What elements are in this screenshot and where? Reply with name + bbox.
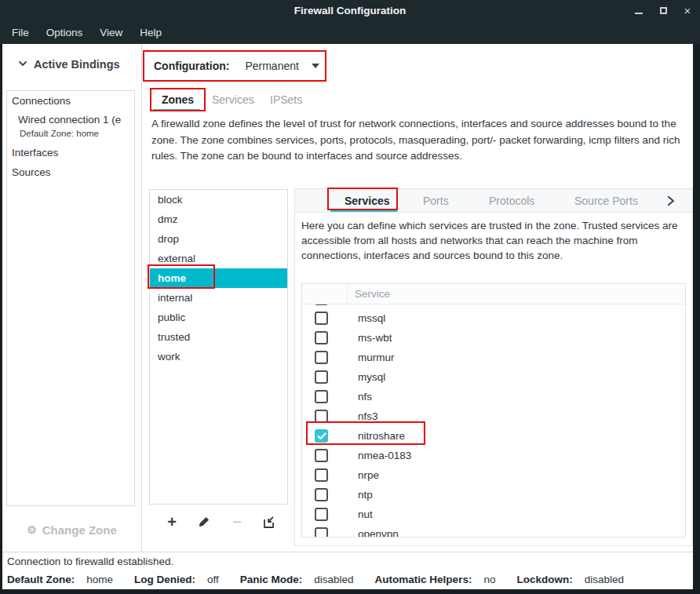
zone-row-dmz[interactable]: dmz [150, 210, 287, 229]
service-row-nut[interactable]: nut [302, 505, 685, 524]
service-row-mysql[interactable]: mysql [302, 367, 685, 387]
minimize-icon[interactable] [633, 5, 645, 17]
subtab-source-ports[interactable]: Source Ports [574, 189, 638, 213]
firewall-config-window: Firewall Configuration × File Options Vi… [0, 0, 700, 594]
active-bindings-list: Connections Wired connection 1 (e Defaul… [6, 90, 135, 506]
menu-options[interactable]: Options [38, 21, 92, 44]
service-checkbox[interactable] [315, 351, 328, 364]
status-automatic-helpers: Automatic Helpers:no [375, 574, 496, 585]
remove-zone-icon[interactable]: − [227, 512, 247, 532]
service-row-mssql[interactable]: mssql [302, 308, 685, 328]
chevron-down-icon [18, 57, 27, 71]
status-lockdown: Lockdown:disabled [516, 574, 624, 585]
zone-row-work[interactable]: work [150, 347, 287, 366]
zone-row-public[interactable]: public [150, 308, 287, 327]
tab-zones-underline [153, 109, 200, 111]
zone-settings-tabbar: Services Ports Protocols Source Ports [295, 189, 692, 213]
zone-row-external[interactable]: external [150, 249, 287, 268]
subtab-ports[interactable]: Ports [423, 189, 449, 213]
service-checkbox[interactable] [315, 410, 328, 423]
tab-services[interactable]: Services [212, 89, 254, 111]
menu-file[interactable]: File [3, 21, 38, 44]
service-row-nmea-0183[interactable]: nmea-0183 [302, 446, 685, 465]
services-table-rows[interactable]: mssql ms-wbt murmur mysql [302, 304, 685, 537]
configuration-combobox[interactable]: Configuration: Permanent [143, 50, 326, 82]
services-description: Here you can define which services are t… [301, 218, 687, 263]
dropdown-arrow-icon [312, 64, 319, 68]
zone-settings-panel: Services Ports Protocols Source Ports He… [294, 188, 693, 546]
column-separator [347, 284, 348, 304]
service-checkbox[interactable] [315, 312, 328, 325]
service-checkbox[interactable] [315, 449, 328, 462]
service-checkbox[interactable] [315, 508, 328, 521]
window-controls: × [633, 0, 694, 21]
tab-zones[interactable]: Zones [150, 89, 206, 111]
menu-help[interactable]: Help [131, 21, 170, 44]
service-checkbox[interactable] [315, 370, 328, 384]
service-checkbox[interactable] [315, 488, 328, 501]
zone-toolbar: + − [149, 508, 288, 537]
services-table-header: Service [302, 284, 685, 304]
window-title: Firewall Configuration [294, 5, 407, 16]
zone-row-internal[interactable]: internal [150, 288, 287, 308]
bindings-item-connection-name[interactable]: Wired connection 1 (e [18, 114, 134, 126]
service-row-ntp[interactable]: ntp [302, 485, 685, 505]
zone-row-drop[interactable]: drop [150, 229, 287, 249]
bindings-item-interfaces[interactable]: Interfaces [12, 147, 58, 159]
zone-row-block[interactable]: block [150, 190, 287, 210]
zones-description: A firewalld zone defines the level of tr… [151, 116, 688, 165]
titlebar: Firewall Configuration × [0, 0, 700, 21]
close-icon[interactable]: × [681, 5, 694, 17]
bindings-item-connections[interactable]: Connections [12, 95, 71, 107]
change-zone-label: Change Zone [42, 523, 117, 537]
edit-zone-icon[interactable] [194, 512, 214, 532]
status-message: Connection to firewalld established. [7, 556, 173, 567]
service-column-header[interactable]: Service [355, 284, 390, 304]
subtab-services-underline [330, 210, 397, 212]
main-content: Active Bindings Connections Wired connec… [2, 44, 693, 589]
services-table: Service mssql ms-wbt [301, 283, 686, 538]
sidebar-separator [141, 44, 142, 552]
status-separator [2, 552, 693, 552]
service-checkbox[interactable] [315, 527, 328, 537]
load-zone-defaults-icon[interactable] [258, 512, 279, 532]
configuration-label: Configuration: [154, 60, 229, 72]
zone-list: block dmz drop external home internal pu… [149, 189, 288, 505]
change-zone-button[interactable]: ⚙ Change Zone [2, 518, 141, 541]
service-row-nitroshare[interactable]: nitroshare [302, 426, 685, 446]
status-default-zone: Default Zone:home [7, 574, 113, 585]
chevron-right-icon[interactable] [665, 195, 676, 210]
service-checkbox[interactable] [315, 331, 328, 344]
service-row-nfs3[interactable]: nfs3 [302, 406, 685, 426]
service-row-nrpe[interactable]: nrpe [302, 465, 685, 485]
service-row-nfs[interactable]: nfs [302, 387, 685, 406]
service-checkbox[interactable] [315, 429, 328, 443]
bindings-item-connection-zone: Default Zone: home [20, 129, 99, 138]
service-checkbox[interactable] [315, 390, 328, 403]
bindings-item-sources[interactable]: Sources [12, 166, 51, 178]
service-checkbox[interactable] [315, 468, 328, 482]
add-zone-icon[interactable]: + [162, 512, 182, 532]
service-checkbox [315, 304, 328, 305]
menubar: File Options View Help [0, 21, 700, 44]
active-bindings-expander[interactable]: Active Bindings [18, 57, 120, 71]
tab-ipsets[interactable]: IPSets [270, 89, 302, 111]
zone-row-trusted[interactable]: trusted [150, 327, 287, 347]
status-row: Default Zone:home Log Denied:off Panic M… [7, 571, 624, 588]
service-row-murmur[interactable]: murmur [302, 348, 685, 367]
service-row-ms-wbt[interactable]: ms-wbt [302, 328, 685, 348]
service-row-openvpn[interactable]: openvpn [302, 524, 685, 537]
active-bindings-label: Active Bindings [34, 58, 120, 71]
status-log-denied: Log Denied:off [134, 574, 219, 585]
gears-icon: ⚙ [27, 524, 37, 535]
maximize-icon[interactable] [657, 5, 669, 17]
status-panic-mode: Panic Mode:disabled [240, 574, 354, 585]
menu-view[interactable]: View [91, 21, 131, 44]
configuration-value: Permanent [245, 60, 298, 72]
subtab-protocols[interactable]: Protocols [489, 189, 534, 213]
zone-row-home[interactable]: home [150, 268, 287, 288]
